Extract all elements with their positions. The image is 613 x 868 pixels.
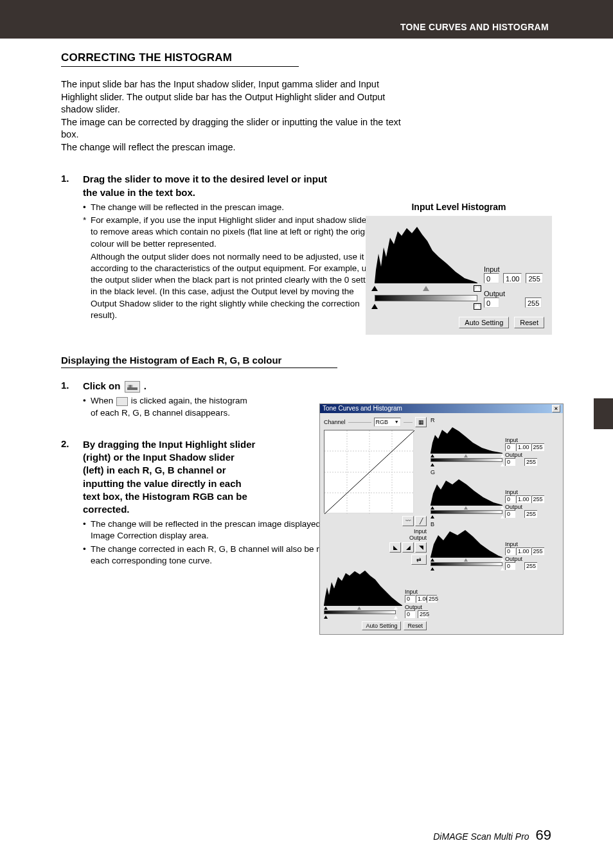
input-gamma-field[interactable]: 1.00 [516,547,531,555]
highlight-slider-icon[interactable] [501,558,504,562]
shadow-slider-icon[interactable] [431,506,434,509]
input-highlight-field[interactable]: 255 [526,273,542,283]
output-gradient-bar[interactable] [431,458,502,462]
output-highlight-field[interactable]: 255 [525,297,542,308]
input-shadow-field[interactable]: 0 [505,495,515,503]
product-name: DiMAGE Scan Multi Pro [433,831,529,842]
dialog-title: Tone Curves and Histogram [323,405,402,412]
smooth-curve-icon[interactable]: ╱ [415,516,427,526]
step-number: 2. [61,438,83,449]
output-shadow-field[interactable]: 0 [505,562,515,570]
gamma-slider-icon[interactable] [423,286,429,291]
gamma-slider-icon[interactable] [464,454,468,457]
channel-block-g: G Input 0 [431,469,553,518]
tone-curves-histogram-dialog: Tone Curves and Histogram × Channel RGB▼… [319,403,564,635]
channel-label: R [431,417,553,423]
input-shadow-field[interactable]: 0 [505,547,515,555]
output-highlight-field[interactable]: 255 [524,562,537,570]
step-bullet: The change will be reflected in the pres… [83,202,378,213]
white-point-icon[interactable]: ◥ [415,542,427,553]
header-bar [0,0,613,39]
output-shadow-field[interactable]: 0 [505,510,515,518]
auto-setting-button[interactable]: Auto Setting [362,621,401,630]
output-label: Output [505,452,551,458]
subsection-title: Displaying the Histogram of Each R, G, B… [61,355,337,368]
step-heading: Click on . [83,380,250,393]
breadcrumb: TONE CURVES AND HISTOGRAM [400,22,549,32]
input-gamma-field[interactable]: 1.00 [503,273,522,283]
highlight-slider-icon[interactable] [474,286,481,291]
highlight-slider-icon[interactable] [501,506,504,509]
output-shadow-slider-icon[interactable] [371,304,378,309]
output-highlight-slider-icon[interactable] [474,304,481,309]
black-point-icon[interactable]: ◣ [389,542,401,553]
input-gamma-field[interactable]: 1.00 [516,443,531,451]
auto-setting-button[interactable]: Auto Setting [459,317,509,328]
step-bullet: When is clicked again, the histogram of … [83,395,250,418]
gamma-slider-icon[interactable] [464,558,468,562]
output-gradient-bar[interactable] [431,510,502,514]
reset-button[interactable]: Reset [404,621,427,630]
input-gamma-field[interactable]: 1.00 [416,595,426,603]
rgb-histogram-icon[interactable]: ▦ [415,417,427,427]
output-shadow-field[interactable]: 0 [484,297,499,308]
gamma-slider-icon[interactable] [464,506,468,509]
output-highlight-field[interactable]: 255 [524,458,537,466]
input-label: Input [505,437,551,443]
tone-curve-chart[interactable] [324,430,414,513]
step-bullet: Although the output slider does not norm… [83,251,378,321]
input-highlight-field[interactable]: 255 [531,495,544,503]
output-label: Output [505,556,551,562]
input-gamma-field[interactable]: 1.00 [516,495,531,503]
shadow-slider-icon[interactable] [431,558,434,562]
output-shadow-slider-icon[interactable] [431,463,434,466]
step-number: 1. [61,380,83,391]
channel-label: Channel [324,419,346,425]
output-gradient-bar[interactable] [431,562,502,566]
highlight-slider-icon[interactable] [501,454,504,457]
gray-point-icon[interactable]: ◢ [402,542,414,553]
output-highlight-slider-icon[interactable] [501,463,504,466]
step-bullet: For example, if you use the input Highli… [83,215,378,250]
side-tab-marker [594,398,613,429]
shadow-slider-icon[interactable] [371,286,378,291]
input-highlight-field[interactable]: 255 [531,443,544,451]
output-shadow-slider-icon[interactable] [431,567,434,571]
output-shadow-field[interactable]: 0 [405,610,415,618]
close-icon[interactable]: × [552,405,560,412]
output-highlight-field[interactable]: 255 [524,510,537,518]
input-highlight-field[interactable]: 255 [531,547,544,555]
histogram-chart [431,424,502,454]
output-shadow-slider-icon[interactable] [431,515,434,518]
reset-button[interactable]: Reset [514,317,544,328]
input-shadow-field[interactable]: 0 [484,273,499,283]
channel-block-b: B Input 0 [431,521,553,571]
shadow-slider-icon[interactable] [324,607,328,610]
freehand-curve-icon[interactable]: 〰 [402,516,414,526]
output-slider-track[interactable] [375,303,477,309]
output-label: Output [505,504,551,510]
step-bullet: The change corrected in each R, G, B cha… [83,544,359,567]
gamma-slider-icon[interactable] [357,607,361,610]
apply-icon[interactable]: ⇄ [411,554,427,565]
shadow-slider-icon[interactable] [431,454,434,457]
output-highlight-slider-icon[interactable] [394,616,398,619]
output-highlight-slider-icon[interactable] [501,567,504,571]
output-gradient-bar[interactable] [324,610,396,614]
input-shadow-field[interactable]: 0 [505,443,515,451]
section-title: CORRECTING THE HISTOGRAM [61,51,299,67]
channel-label: G [431,469,553,475]
main-histogram-chart [324,569,402,606]
highlight-slider-icon[interactable] [394,607,398,610]
input-shadow-field[interactable]: 0 [405,595,415,603]
output-gradient-bar[interactable] [375,295,477,301]
input-label: Input [505,489,551,495]
input-label: Input [405,589,428,595]
output-shadow-field[interactable]: 0 [505,458,515,466]
output-highlight-field[interactable]: 255 [418,610,428,618]
output-highlight-slider-icon[interactable] [501,515,504,518]
output-shadow-slider-icon[interactable] [324,616,328,619]
input-slider-track[interactable] [375,285,477,291]
channel-select[interactable]: RGB▼ [374,418,401,427]
rgb-histogram-icon [125,381,140,393]
